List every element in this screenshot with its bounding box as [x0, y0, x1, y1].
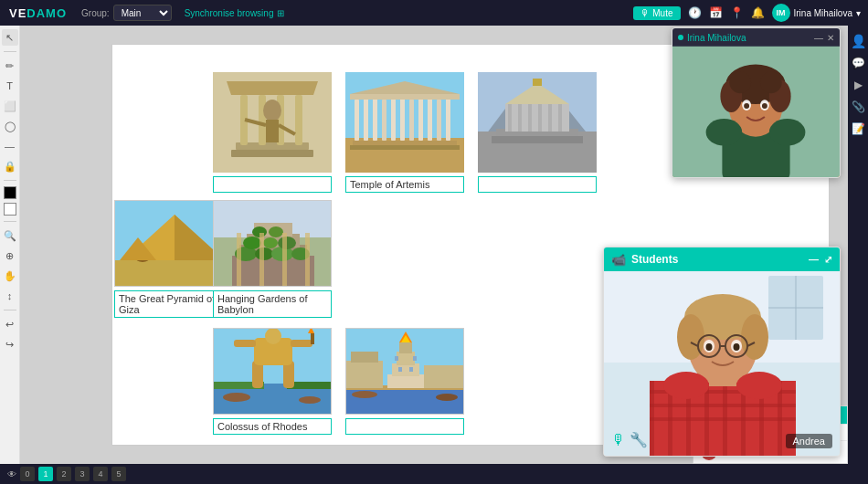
page-4-btn[interactable]: 4: [93, 467, 108, 481]
tool-redo[interactable]: ↪: [2, 336, 18, 352]
svg-rect-15: [364, 98, 368, 141]
svg-rect-40: [558, 104, 562, 132]
page-2-btn[interactable]: 2: [57, 467, 71, 481]
students-controls: — ⤢: [809, 254, 832, 266]
wonder-zeus[interactable]: [213, 72, 332, 173]
svg-rect-93: [397, 352, 415, 365]
teacher-name: Irina Mihailova: [687, 33, 746, 43]
wonder-mausoleum[interactable]: [478, 72, 597, 173]
divider: [4, 221, 16, 222]
svg-point-111: [760, 71, 782, 93]
students-panel: 📹 Students — ⤢: [603, 247, 841, 457]
clock-icon[interactable]: 🕐: [688, 6, 702, 19]
right-tool-attach[interactable]: 📎: [850, 99, 866, 115]
mute-button[interactable]: 🎙 Mute: [633, 6, 680, 20]
tool-select[interactable]: ↖: [2, 29, 18, 46]
svg-rect-134: [650, 417, 796, 421]
tool-lock[interactable]: 🔒: [2, 158, 18, 174]
svg-rect-65: [237, 233, 241, 287]
svg-point-147: [706, 343, 713, 351]
svg-rect-91: [387, 374, 424, 388]
svg-rect-38: [538, 104, 542, 132]
svg-point-150: [736, 372, 782, 399]
calendar-icon[interactable]: 📅: [709, 6, 723, 19]
svg-point-116: [706, 119, 743, 146]
tool-undo[interactable]: ↩: [2, 316, 18, 332]
tool-resize[interactable]: ↕: [2, 288, 18, 304]
svg-rect-81: [311, 333, 314, 344]
wonder-hanging[interactable]: Hanging Gardens of Babylon: [213, 200, 332, 305]
wonder-zeus-label: [213, 176, 332, 193]
teacher-photo: [672, 47, 840, 177]
tool-hand[interactable]: ✋: [2, 268, 18, 284]
svg-rect-42: [533, 79, 542, 86]
svg-rect-28: [350, 145, 460, 150]
svg-rect-97: [395, 356, 398, 361]
wonder-mausoleum-image: [478, 72, 597, 173]
wonder-lighthouse[interactable]: [345, 328, 464, 433]
right-tool-note[interactable]: 📝: [850, 121, 866, 137]
students-expand-btn[interactable]: ⤢: [824, 254, 832, 266]
sync-icon: ⊞: [277, 8, 284, 18]
right-tool-chat[interactable]: 💬: [850, 55, 866, 71]
svg-rect-99: [398, 367, 402, 372]
svg-rect-66: [259, 233, 264, 287]
wonder-colossus[interactable]: Colossus of Rhodes: [213, 328, 332, 433]
tool-circle[interactable]: ◯: [2, 118, 18, 134]
user-dropdown-icon: ▾: [856, 8, 861, 18]
sync-browsing-btn[interactable]: Synchronise browsing ⊞: [177, 8, 296, 18]
svg-point-64: [269, 226, 283, 237]
top-bar: VEDAMO Group: Main Synchronise browsing …: [0, 0, 868, 26]
wonder-zeus-image: [213, 72, 332, 173]
teacher-close-btn[interactable]: ✕: [827, 33, 834, 43]
wonder-artemis-image: [345, 72, 464, 173]
svg-rect-80: [291, 340, 312, 347]
wonder-artemis[interactable]: Temple of Artemis: [345, 72, 464, 173]
user-name: Irina Mihailova: [794, 8, 852, 18]
svg-rect-24: [446, 98, 450, 141]
tool-zoom-in[interactable]: 🔍: [2, 227, 18, 244]
bottom-eye-icon[interactable]: 👁: [7, 469, 16, 479]
teacher-video-panel: Irina Mihailova — ✕: [672, 27, 841, 178]
tool-zoom-add[interactable]: ⊕: [2, 247, 18, 264]
location-icon[interactable]: 📍: [730, 6, 744, 19]
tool-text[interactable]: T: [2, 78, 18, 94]
sync-label: Synchronise browsing: [185, 8, 274, 18]
svg-rect-23: [437, 100, 441, 141]
right-tool-users[interactable]: 👤: [850, 33, 866, 49]
page-5-btn[interactable]: 5: [111, 467, 126, 481]
svg-rect-1: [231, 150, 313, 157]
svg-rect-68: [305, 233, 310, 287]
students-minimize-btn[interactable]: —: [809, 254, 819, 266]
svg-rect-98: [413, 356, 417, 361]
wonder-lighthouse-label: [345, 418, 464, 435]
svg-rect-90: [424, 365, 464, 388]
user-menu[interactable]: IM Irina Mihailova ▾: [772, 4, 861, 22]
teacher-minimize-btn[interactable]: —: [814, 33, 823, 43]
page-3-btn[interactable]: 3: [75, 467, 90, 481]
svg-rect-92: [392, 363, 419, 376]
svg-rect-133: [650, 404, 796, 407]
svg-point-60: [243, 237, 261, 249]
svg-rect-37: [528, 104, 532, 132]
user-avatar: IM: [772, 4, 790, 22]
group-dropdown[interactable]: Main: [113, 5, 172, 21]
svg-point-83: [223, 393, 250, 402]
svg-point-149: [663, 372, 709, 399]
students-title: Students: [631, 253, 678, 266]
bell-icon[interactable]: 🔔: [751, 6, 765, 19]
svg-rect-17: [382, 100, 386, 141]
svg-rect-14: [355, 100, 359, 141]
divider: [4, 310, 16, 310]
tool-rectangle[interactable]: ⬜: [2, 98, 18, 114]
svg-rect-18: [391, 98, 396, 141]
svg-point-110: [729, 71, 751, 93]
color-white[interactable]: [4, 203, 16, 216]
students-video: 🎙 🔧 Andrea: [604, 271, 840, 456]
tool-pen[interactable]: ✏: [2, 58, 18, 74]
page-0-btn[interactable]: 0: [20, 467, 35, 481]
color-black[interactable]: [4, 186, 16, 199]
tool-line[interactable]: —: [2, 138, 18, 154]
right-tool-play[interactable]: ▶: [850, 77, 866, 93]
page-1-btn[interactable]: 1: [38, 467, 53, 481]
